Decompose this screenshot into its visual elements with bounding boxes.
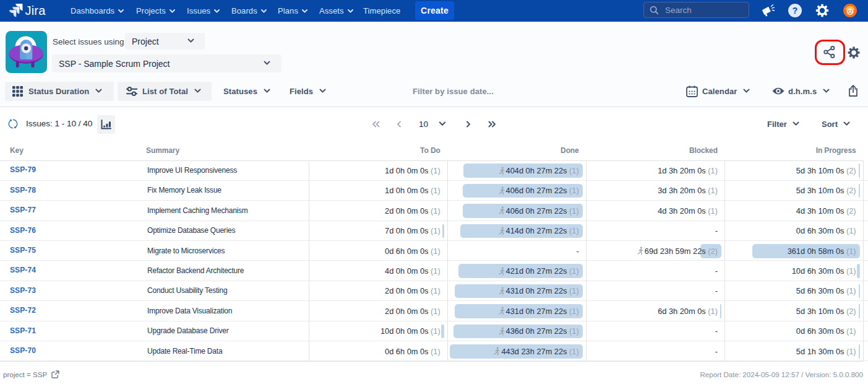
svg-text:?: ? (793, 6, 798, 15)
